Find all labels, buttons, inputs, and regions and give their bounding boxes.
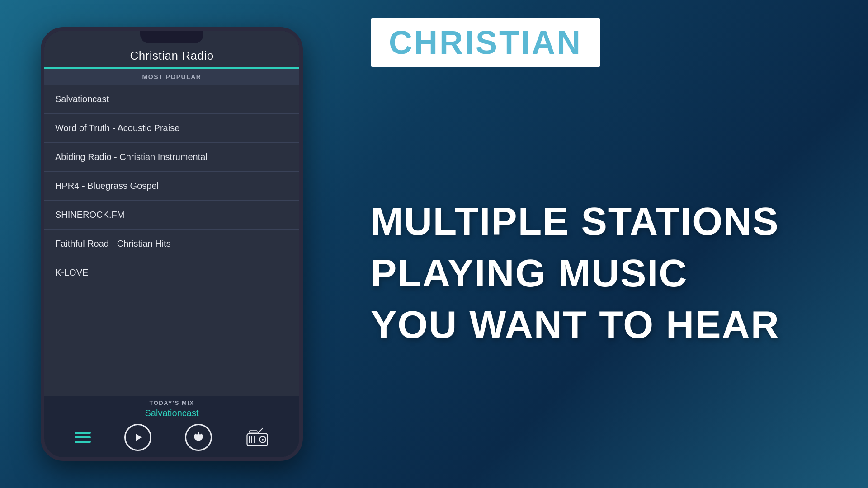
radio-icon [245, 427, 269, 446]
controls-bar [44, 424, 299, 451]
station-item-1[interactable]: Salvationcast [44, 85, 299, 114]
phone-notch [140, 31, 203, 43]
power-button[interactable] [185, 424, 212, 451]
radio-button[interactable] [245, 427, 269, 448]
tagline-line-2: PLAYING MUSIC [371, 252, 841, 295]
right-section: CHRISTIAN MULTIPLE STATIONS PLAYING MUSI… [344, 0, 868, 488]
station-item-7[interactable]: K-LOVE [44, 258, 299, 287]
now-playing-label: TODAY'S MIX [44, 399, 299, 406]
station-item-4[interactable]: HPR4 - Bluegrass Gospel [44, 172, 299, 201]
phone-section: Christian Radio MOST POPULAR Salvationca… [0, 0, 344, 488]
station-item-3[interactable]: Abiding Radio - Christian Instrumental [44, 143, 299, 172]
tagline-line-1: MULTIPLE STATIONS [371, 200, 841, 243]
svg-rect-7 [250, 431, 257, 433]
station-item-6[interactable]: Faithful Road - Christian Hits [44, 230, 299, 258]
power-icon [192, 431, 205, 444]
phone-screen: Christian Radio MOST POPULAR Salvationca… [44, 31, 299, 457]
station-item-5[interactable]: SHINEROCK.FM [44, 201, 299, 230]
now-playing-station: Salvationcast [44, 408, 299, 418]
tagline: MULTIPLE STATIONS PLAYING MUSIC YOU WANT… [371, 85, 841, 470]
most-popular-label: MOST POPULAR [44, 69, 299, 85]
station-list: Salvationcast Word of Truth - Acoustic P… [44, 85, 299, 396]
bottom-bar: TODAY'S MIX Salvationcast [44, 396, 299, 457]
svg-point-5 [262, 439, 263, 440]
play-icon [132, 431, 144, 444]
christian-banner: CHRISTIAN [371, 18, 600, 67]
phone-frame: Christian Radio MOST POPULAR Salvationca… [41, 27, 303, 461]
play-button[interactable] [124, 424, 151, 451]
svg-rect-0 [247, 434, 267, 446]
menu-icon[interactable] [75, 432, 91, 443]
svg-line-6 [257, 428, 263, 434]
station-item-2[interactable]: Word of Truth - Acoustic Praise [44, 114, 299, 143]
screen-title: Christian Radio [53, 49, 290, 63]
christian-banner-text: CHRISTIAN [389, 26, 582, 59]
tagline-line-3: YOU WANT TO HEAR [371, 303, 841, 346]
